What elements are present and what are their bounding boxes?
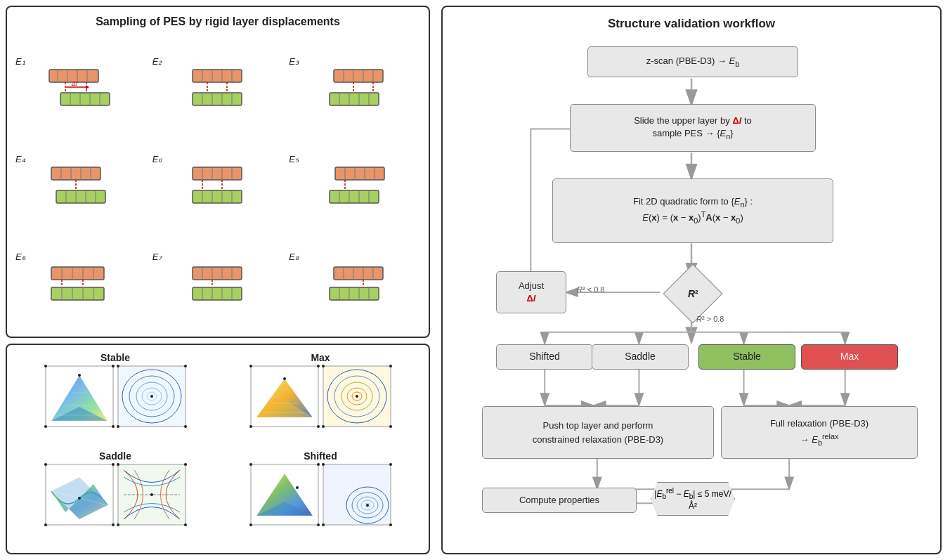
svg-point-166 — [112, 523, 115, 526]
shifted-3d — [249, 463, 320, 526]
pes-cell-e3: E₃ — [289, 35, 420, 127]
layer-diagram-e7 — [184, 263, 251, 302]
svg-point-182 — [249, 523, 252, 526]
zscan-box: z-scan (PBE-D3) → Eb — [587, 46, 798, 77]
svg-point-117 — [112, 365, 115, 367]
workflow-box: Structure validation workflow — [441, 6, 942, 554]
stable-box: Stable — [698, 344, 795, 370]
layer-diagram-e5 — [321, 166, 388, 204]
svg-point-116 — [44, 365, 47, 367]
surface-saddle-label: Saddle — [99, 450, 131, 462]
right-panel: Structure validation workflow — [436, 0, 950, 560]
max-box: Max — [801, 344, 898, 370]
layer-diagram-e2 — [184, 68, 251, 107]
fit-box: Fit 2D quadratic form to {En} : E(x) = (… — [552, 178, 833, 243]
adjust-box: AdjustΔl — [496, 271, 566, 313]
svg-point-170 — [117, 463, 119, 466]
stable-contour — [117, 365, 187, 428]
svg-point-127 — [150, 395, 153, 398]
svg-point-129 — [184, 365, 187, 367]
shifted-contour — [322, 463, 392, 526]
svg-rect-96 — [334, 267, 383, 280]
workflow-content: YES z-scan (PBE-D3) → Eb Slide the upper… — [454, 41, 929, 547]
svg-point-173 — [184, 523, 187, 526]
svg-point-154 — [322, 425, 325, 428]
svg-rect-102 — [330, 287, 379, 300]
pes-cell-e0: E₀ — [152, 133, 284, 225]
pes-cell-e7: E₇ — [152, 231, 284, 323]
svg-point-165 — [44, 523, 47, 526]
svg-point-180 — [249, 463, 252, 466]
surface-max: Max — [219, 352, 422, 448]
workflow-title: Structure validation workflow — [454, 17, 929, 31]
surface-max-label: Max — [311, 352, 330, 363]
layer-diagram-e3 — [321, 68, 388, 107]
svg-rect-73 — [51, 267, 104, 280]
svg-marker-8 — [86, 85, 89, 89]
pes-cell-e2: E₂ — [152, 35, 284, 127]
surfaces-diagram: Stable — [6, 344, 430, 554]
svg-rect-62 — [335, 167, 384, 180]
svg-point-152 — [322, 365, 325, 367]
svg-point-151 — [356, 395, 358, 398]
svg-point-191 — [366, 504, 369, 507]
svg-point-171 — [184, 463, 187, 466]
svg-rect-85 — [193, 267, 242, 280]
surface-saddle: Saddle — [14, 450, 216, 546]
saddle-3d — [44, 463, 115, 526]
pes-cell-e1: E₁ Δl — [15, 35, 147, 127]
surface-stable-label: Stable — [100, 352, 130, 363]
svg-point-184 — [296, 486, 299, 489]
layer-diagram-e6 — [48, 263, 115, 302]
pes-cell-e6: E₆ — [15, 231, 147, 323]
svg-rect-68 — [330, 190, 379, 203]
svg-rect-15 — [193, 70, 242, 82]
slide-box: Slide the upper layer by Δl tosample PES… — [570, 104, 816, 152]
svg-point-144 — [283, 377, 286, 380]
svg-point-118 — [44, 425, 47, 428]
svg-rect-22 — [193, 93, 242, 105]
svg-rect-27 — [334, 70, 383, 82]
svg-point-163 — [44, 463, 47, 466]
svg-point-181 — [317, 463, 320, 466]
layer-diagram-e8 — [321, 263, 388, 302]
surfaces-grid: Stable — [14, 352, 422, 546]
r2-lt-label: R² < 0.8 — [577, 285, 604, 294]
saddle-contour — [117, 463, 187, 526]
push-box: Push top layer and performconstrained re… — [482, 406, 714, 459]
layer-diagram-e0 — [184, 166, 251, 204]
condition-diamond: |Ebrel − Eb| ≤ 5 meV/Å² — [651, 482, 735, 516]
stable-3d — [44, 365, 115, 428]
svg-point-140 — [249, 365, 252, 367]
svg-point-128 — [117, 365, 119, 367]
svg-point-142 — [249, 425, 252, 428]
svg-point-169 — [150, 493, 153, 496]
svg-point-120 — [78, 374, 81, 377]
max-3d — [249, 365, 320, 428]
svg-point-193 — [389, 463, 392, 466]
compute-box: Compute properties — [482, 488, 637, 513]
svg-point-153 — [389, 365, 392, 367]
pes-cell-e4: E₄ — [15, 133, 147, 225]
svg-point-119 — [112, 425, 115, 428]
svg-rect-50 — [193, 167, 242, 180]
surface-shifted: Shifted — [219, 450, 422, 546]
shifted-box: Shifted — [496, 344, 593, 370]
svg-point-155 — [389, 425, 392, 428]
r2-gt-label: R² > 0.8 — [696, 315, 724, 323]
svg-rect-34 — [330, 93, 379, 105]
svg-rect-185 — [323, 464, 391, 525]
max-contour — [322, 365, 392, 428]
svg-rect-10 — [60, 93, 110, 105]
layer-diagram-e1: Δl — [48, 68, 115, 107]
pes-cell-e5: E₅ — [289, 133, 420, 225]
svg-point-130 — [117, 425, 119, 428]
svg-point-194 — [322, 523, 325, 526]
svg-rect-39 — [51, 167, 100, 180]
svg-rect-57 — [193, 190, 242, 203]
svg-point-131 — [184, 425, 187, 428]
layer-diagram-e4 — [48, 166, 115, 204]
svg-text:Δl: Δl — [71, 80, 78, 87]
svg-point-172 — [117, 523, 119, 526]
surface-shifted-label: Shifted — [304, 450, 337, 462]
